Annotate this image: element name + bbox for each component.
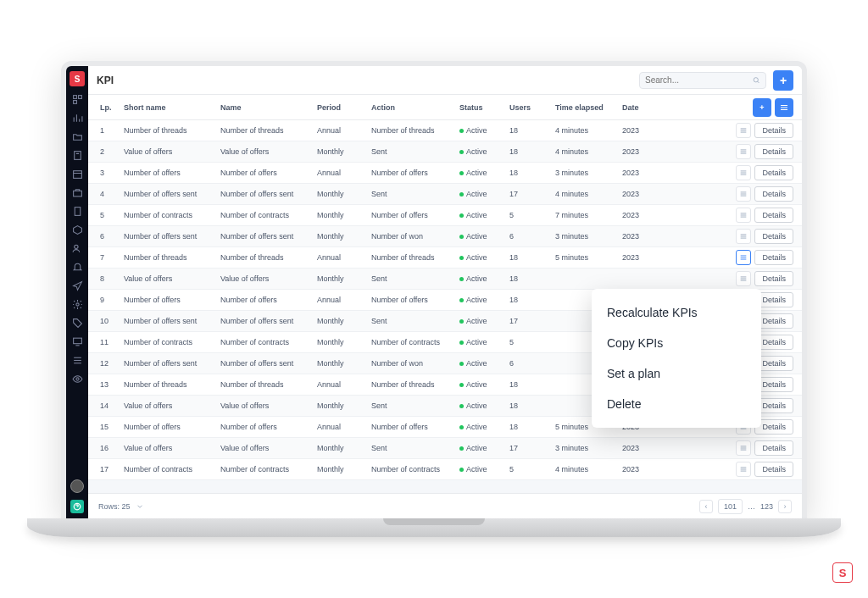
table-row[interactable]: 5Number of contractsNumber of contractsM… xyxy=(88,205,802,226)
details-button[interactable]: Details xyxy=(754,250,793,265)
chevron-down-icon[interactable] xyxy=(136,502,144,511)
table-row[interactable]: 7Number of threadsNumber of threadsAnnua… xyxy=(88,247,802,269)
row-menu-button[interactable] xyxy=(736,144,751,159)
nav-list-icon[interactable] xyxy=(71,354,83,366)
col-period[interactable]: Period xyxy=(317,103,368,112)
cell-period: Annual xyxy=(317,126,368,135)
menu-delete[interactable]: Delete xyxy=(592,389,761,419)
row-menu-button[interactable] xyxy=(736,229,751,244)
page-ellipsis: … xyxy=(748,502,755,511)
nav-folder-icon[interactable] xyxy=(71,130,83,142)
cell-short-name: Number of offers xyxy=(124,169,217,177)
nav-monitor-icon[interactable] xyxy=(71,335,83,347)
details-button[interactable]: Details xyxy=(754,440,793,456)
nav-send-icon[interactable] xyxy=(71,280,83,291)
row-menu-button[interactable] xyxy=(736,250,751,265)
row-menu-button[interactable] xyxy=(736,165,751,180)
nav-tag-icon[interactable] xyxy=(71,317,83,329)
next-page-button[interactable]: › xyxy=(778,500,792,513)
col-status[interactable]: Status xyxy=(459,103,506,112)
nav-box-icon[interactable] xyxy=(71,224,83,235)
nav-receipt-icon[interactable] xyxy=(71,205,83,217)
cell-time-elapsed: 5 minutes xyxy=(555,253,619,262)
cell-name: Value of offers xyxy=(220,444,314,452)
details-button[interactable]: Details xyxy=(754,123,793,138)
page-last[interactable]: 123 xyxy=(760,502,773,511)
nav-doc-icon[interactable] xyxy=(71,149,83,161)
cell-date: 2023 xyxy=(622,190,669,198)
cell-time-elapsed: 3 minutes xyxy=(555,444,619,452)
details-button[interactable]: Details xyxy=(754,462,793,477)
details-button[interactable]: Details xyxy=(754,271,793,286)
nav-gear-icon[interactable] xyxy=(71,298,83,310)
cell-short-name: Number of contracts xyxy=(124,338,217,346)
cell-status: Active xyxy=(459,147,506,156)
nav-eye-icon[interactable] xyxy=(71,373,83,385)
row-menu-button[interactable] xyxy=(736,271,751,286)
row-menu-button[interactable] xyxy=(736,440,751,456)
search-box[interactable] xyxy=(639,72,766,89)
details-button[interactable]: Details xyxy=(754,208,793,223)
col-name[interactable]: Name xyxy=(220,103,314,112)
cell-date: 2023 xyxy=(622,465,669,473)
menu-copy[interactable]: Copy KPIs xyxy=(592,328,761,358)
col-action[interactable]: Action xyxy=(371,103,456,112)
table-row[interactable]: 2Value of offersValue of offersMonthlySe… xyxy=(88,141,802,163)
cell-lp: 16 xyxy=(97,444,120,452)
table-row[interactable]: 8Value of offersValue of offersMonthlySe… xyxy=(88,269,802,290)
cell-status: Active xyxy=(459,465,506,473)
cell-status: Active xyxy=(459,444,506,452)
page-current[interactable]: 101 xyxy=(718,499,743,514)
table-row[interactable]: 17Number of contractsNumber of contracts… xyxy=(88,459,802,480)
table-row[interactable]: 1Number of threadsNumber of threadsAnnua… xyxy=(88,120,802,141)
nav-chart-icon[interactable] xyxy=(71,112,83,124)
col-time-elapsed[interactable]: Time elapsed xyxy=(555,103,619,112)
table-row[interactable]: 4Number of offers sentNumber of offers s… xyxy=(88,184,802,205)
cell-short-name: Number of contracts xyxy=(124,465,217,473)
prev-page-button[interactable]: ‹ xyxy=(699,500,713,513)
user-avatar[interactable] xyxy=(70,479,84,493)
row-menu-button[interactable] xyxy=(736,208,751,223)
table-row[interactable]: 6Number of offers sentNumber of offers s… xyxy=(88,226,802,247)
cell-period: Monthly xyxy=(317,211,368,219)
table-row[interactable]: 3Number of offersNumber of offersAnnualN… xyxy=(88,163,802,184)
rows-per-page[interactable]: Rows: 25 xyxy=(98,502,131,511)
nav-briefcase-icon[interactable] xyxy=(71,186,83,198)
view-options-button[interactable] xyxy=(775,98,793,117)
cell-time-elapsed: 4 minutes xyxy=(555,126,619,135)
add-button[interactable]: + xyxy=(773,70,793,91)
row-menu-button[interactable] xyxy=(736,462,751,477)
col-short-name[interactable]: Short name xyxy=(124,103,217,112)
nav-dashboard-icon[interactable] xyxy=(71,93,83,105)
cell-users: 18 xyxy=(509,401,552,410)
cell-date: 2023 xyxy=(622,211,669,219)
svg-rect-1 xyxy=(78,95,81,98)
col-users[interactable]: Users xyxy=(509,103,552,112)
menu-set-plan[interactable]: Set a plan xyxy=(592,358,761,389)
details-button[interactable]: Details xyxy=(754,165,793,180)
cell-users: 5 xyxy=(509,338,552,346)
row-menu-button[interactable] xyxy=(736,123,751,138)
nav-calendar-icon[interactable] xyxy=(71,168,83,180)
nav-users-icon[interactable] xyxy=(71,242,83,254)
menu-recalculate[interactable]: Recalculate KPIs xyxy=(592,297,761,328)
details-button[interactable]: Details xyxy=(754,144,793,159)
nav-bell-icon[interactable] xyxy=(71,261,83,273)
svg-point-16 xyxy=(75,377,78,379)
cell-status: Active xyxy=(459,401,506,410)
cell-action: Number of offers xyxy=(371,169,456,177)
col-lp[interactable]: Lp. xyxy=(97,103,120,112)
cell-lp: 12 xyxy=(97,359,120,368)
add-row-button[interactable]: + xyxy=(753,98,771,117)
search-input[interactable] xyxy=(645,75,753,85)
col-date[interactable]: Date xyxy=(622,103,669,112)
cell-period: Monthly xyxy=(317,359,368,368)
svg-rect-2 xyxy=(73,100,76,103)
app-logo[interactable]: S xyxy=(70,71,85,86)
help-icon[interactable] xyxy=(70,500,84,513)
details-button[interactable]: Details xyxy=(754,186,793,202)
table-row[interactable]: 16Value of offersValue of offersMonthlyS… xyxy=(88,438,802,459)
cell-time-elapsed: 3 minutes xyxy=(555,232,619,241)
row-menu-button[interactable] xyxy=(736,186,751,202)
details-button[interactable]: Details xyxy=(754,229,793,244)
